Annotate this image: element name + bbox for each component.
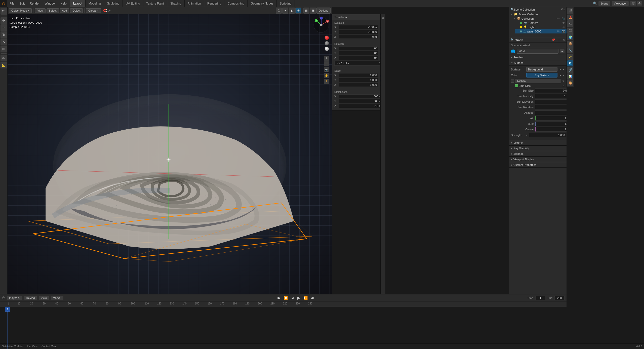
sun-disc-checkbox[interactable] xyxy=(515,84,518,87)
dust-input[interactable] xyxy=(535,122,567,126)
jump-start-btn[interactable]: ⏮ xyxy=(276,295,281,300)
prev-frame-btn[interactable]: ⏪ xyxy=(283,295,288,300)
current-frame-box[interactable]: 1 xyxy=(5,307,10,312)
transform-tool[interactable]: ⊞ xyxy=(1,46,7,52)
air-input[interactable] xyxy=(535,116,567,121)
tab-scripting[interactable]: Scripting xyxy=(277,0,295,7)
data-props-btn[interactable]: 📊 xyxy=(567,73,573,80)
timeline-body[interactable]: 1 10 20 30 40 50 60 70 80 90 100 110 120… xyxy=(0,301,567,349)
particles-props-btn[interactable]: ✨ xyxy=(567,54,573,60)
pin-icon[interactable]: 📌 xyxy=(552,38,555,42)
options-btn[interactable]: Options xyxy=(316,8,331,14)
window-icon[interactable]: ⬚ xyxy=(558,38,560,42)
dim-x-input[interactable] xyxy=(339,94,383,98)
object-mode-selector[interactable]: Object Mode ▼ xyxy=(9,8,32,13)
surface-background-value[interactable]: Background xyxy=(526,67,557,72)
tab-geometry-nodes[interactable]: Geometry Nodes xyxy=(248,0,277,7)
tab-compositing[interactable]: Compositing xyxy=(224,0,248,7)
rot-x-input[interactable] xyxy=(339,46,378,50)
camera-eye-icon[interactable]: 👁 xyxy=(562,21,565,24)
volume-section-header[interactable]: ▶ Volume xyxy=(509,140,567,145)
rotation-mode-selector[interactable]: XYZ Euler XZY Euler Quaternion xyxy=(334,61,383,66)
scale-z-input[interactable] xyxy=(339,83,378,87)
material-props-btn[interactable]: 🎨 xyxy=(567,80,573,86)
camera-view-btn[interactable]: 📷 xyxy=(324,67,329,72)
surface-section-header[interactable]: ▼ Surface xyxy=(509,60,567,66)
outliner-camera[interactable]: ▶ 📷 Camera 👁 xyxy=(515,21,567,25)
close-icon-world[interactable]: ✕ xyxy=(563,38,565,42)
viewport-solid-btn[interactable]: ● xyxy=(282,8,288,14)
add-menu-btn[interactable]: Add xyxy=(60,8,69,13)
render-props-btn[interactable]: 🎬 xyxy=(567,8,573,14)
viewport-rendered-btn[interactable]: ☀ xyxy=(295,8,301,14)
preview-section-header[interactable]: ▶ Preview xyxy=(509,55,567,60)
settings-icon[interactable]: ⚙ xyxy=(637,1,642,6)
xray-toggle-btn[interactable]: ▣ xyxy=(310,8,316,14)
settings-section-header[interactable]: ▶ Settings xyxy=(509,151,567,157)
color-x-btn[interactable]: ✕ xyxy=(562,74,565,77)
light-eye-icon[interactable]: 👁 xyxy=(562,26,565,29)
measure-tool[interactable]: 📐 xyxy=(1,62,7,68)
fly-mode-btn[interactable]: 🏃 xyxy=(324,79,329,84)
zoom-in-btn[interactable]: + xyxy=(324,56,329,61)
outliner-options-icon[interactable]: ≡ xyxy=(564,8,565,11)
transform-panel-header[interactable]: Transform ▾ xyxy=(332,14,385,20)
outliner-collection[interactable]: ▼ 📦 Collection 👁 📷 xyxy=(512,16,567,21)
side-strip-label[interactable]: N xyxy=(382,17,384,19)
scene-selector[interactable]: Scene xyxy=(598,1,610,6)
scale-y-input[interactable] xyxy=(339,78,378,82)
playback-btn[interactable]: Playback xyxy=(7,296,22,300)
play-btn[interactable]: ▶ xyxy=(297,295,301,301)
nav-world-label[interactable]: World xyxy=(523,44,530,47)
tab-uv-editing[interactable]: UV Editing xyxy=(123,0,143,7)
sky-texture-btn[interactable]: Sky Texture xyxy=(526,73,557,77)
wave-cam-icon[interactable]: 📷 xyxy=(561,30,565,33)
tab-texture-paint[interactable]: Texture Paint xyxy=(143,0,167,7)
menu-window[interactable]: Window xyxy=(42,0,58,7)
output-props-btn[interactable]: 📤 xyxy=(567,15,573,21)
timeline-view-btn[interactable]: View xyxy=(39,296,49,300)
object-menu-btn[interactable]: Object xyxy=(70,8,83,13)
select-box-tool[interactable]: ⬚ xyxy=(1,8,7,15)
viewport-wireframe-btn[interactable]: ⬡ xyxy=(276,8,282,14)
menu-render[interactable]: Render xyxy=(27,0,42,7)
cursor-tool[interactable]: ✛ xyxy=(1,17,7,24)
constraints-props-btn[interactable]: 🔗 xyxy=(567,67,573,73)
ray-visibility-header[interactable]: ▶ Ray Visibility xyxy=(509,146,567,151)
sun-rotation-input[interactable] xyxy=(535,105,567,109)
overlay-toggle-btn[interactable]: ⊞ xyxy=(303,8,309,14)
sun-intensity-input[interactable] xyxy=(535,94,567,98)
scene-props-btn[interactable]: 🎬 xyxy=(567,28,573,34)
strength-input[interactable] xyxy=(529,133,566,137)
world-new-btn[interactable]: + xyxy=(560,49,565,53)
keying-btn[interactable]: Keying xyxy=(24,296,37,300)
navigation-gizmo[interactable]: X Y Z xyxy=(312,16,330,34)
sun-size-input[interactable] xyxy=(535,88,567,93)
global-selector[interactable]: Global ▼ xyxy=(86,8,101,13)
collection-eye-icon[interactable]: 👁 xyxy=(557,17,559,20)
scale-x-input[interactable] xyxy=(339,73,378,77)
ozone-input[interactable] xyxy=(535,127,567,132)
tab-layout[interactable]: Layout xyxy=(70,0,86,7)
render-icon[interactable]: 🎬 xyxy=(630,1,636,6)
select-menu-btn[interactable]: Select xyxy=(47,8,59,13)
dim-y-input[interactable] xyxy=(339,99,383,103)
sun-disc-reset[interactable]: ✕ xyxy=(562,85,565,87)
tab-animation[interactable]: Animation xyxy=(185,0,204,7)
collection-cam-icon[interactable]: 📷 xyxy=(561,17,565,20)
viewport-material-btn[interactable]: ◐ xyxy=(289,8,295,14)
altitude-input[interactable] xyxy=(535,110,567,115)
tab-sculpting[interactable]: Sculpting xyxy=(104,0,123,7)
loc-y-input[interactable] xyxy=(339,30,378,34)
snap-icon[interactable]: 🧲 xyxy=(103,9,107,12)
viewport-display-header[interactable]: ▶ Viewport Display xyxy=(509,157,567,162)
loc-z-input[interactable] xyxy=(339,35,378,39)
tab-modeling[interactable]: Modeling xyxy=(86,0,104,7)
menu-edit[interactable]: Edit xyxy=(17,0,27,7)
start-frame-input[interactable] xyxy=(535,296,545,300)
world-name-badge[interactable]: World xyxy=(517,49,558,54)
main-viewport[interactable]: User Perspective [1] Collection | wave_0… xyxy=(8,14,332,294)
annotate-tool[interactable]: ✏ xyxy=(1,55,7,61)
rot-y-input[interactable] xyxy=(339,51,378,55)
proportional-icon[interactable]: ◎ xyxy=(108,9,110,12)
